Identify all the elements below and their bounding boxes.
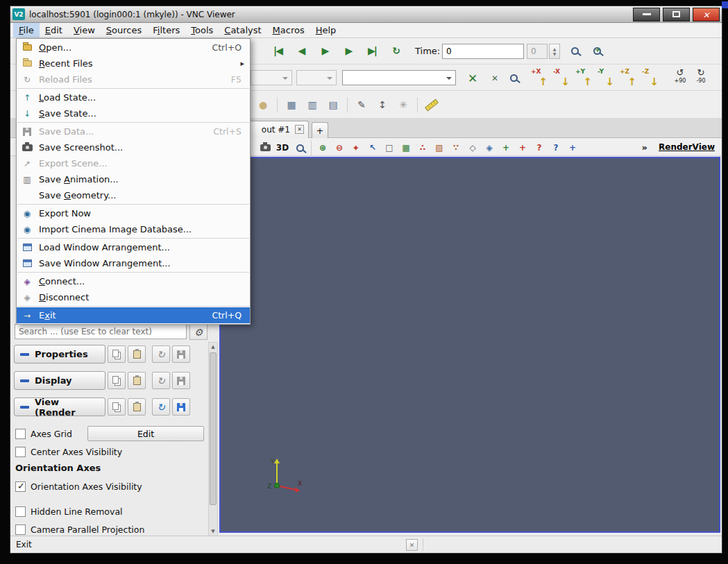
menu-item-save-window-arrangement[interactable]: Save Window Arrangement... <box>17 255 250 271</box>
orientation-axes-checkbox[interactable] <box>15 481 26 492</box>
render-viewport[interactable]: Y X Z <box>219 157 720 533</box>
next-frame-icon[interactable]: ▶ <box>338 40 359 61</box>
menu-view[interactable]: View <box>68 23 101 37</box>
glyph-star-icon[interactable]: ✳ <box>395 96 412 113</box>
edit-color-map-icon[interactable]: ✎ <box>353 96 370 113</box>
interactive-select-points-icon[interactable]: + <box>515 141 530 155</box>
zoom-to-box-button[interactable] <box>505 69 523 87</box>
menu-help[interactable]: Help <box>310 23 342 37</box>
menu-tools[interactable]: Tools <box>185 23 219 37</box>
menu-item-recent-files[interactable]: Recent Files▸ <box>17 55 250 71</box>
menu-sources[interactable]: Sources <box>101 23 147 37</box>
reset-camera-closest-icon[interactable] <box>463 69 482 88</box>
selection-inspector-icon[interactable]: ▥ <box>304 96 321 113</box>
last-frame-icon[interactable]: ▶| <box>362 40 382 61</box>
view-y-button[interactable]: -Y↓ <box>596 67 617 88</box>
view-z-button[interactable]: -Z↓ <box>641 67 661 88</box>
center-axes-checkbox[interactable] <box>15 447 26 457</box>
rotate-90-button[interactable]: ↻-90 <box>692 67 710 88</box>
tab-close-icon[interactable] <box>295 125 304 134</box>
abort-progress-button[interactable] <box>406 539 418 551</box>
menu-item-save-state[interactable]: ↓Save State... <box>17 105 250 121</box>
rotate-+90-button[interactable]: ↺+90 <box>671 67 689 88</box>
menu-filters[interactable]: Filters <box>147 23 185 37</box>
interactive-select-cells-icon[interactable]: + <box>498 141 514 155</box>
coloring-combo[interactable] <box>342 70 456 85</box>
panel-scrollbar[interactable] <box>208 342 218 536</box>
capture-screenshot-button[interactable] <box>257 141 273 155</box>
paste-view-button[interactable] <box>128 398 146 416</box>
menu-macros[interactable]: Macros <box>267 23 310 37</box>
save-view-button[interactable] <box>172 398 190 416</box>
pick-center-icon[interactable]: + <box>565 141 580 155</box>
search-options-button[interactable] <box>189 323 208 340</box>
copy-display-button[interactable] <box>108 372 126 389</box>
scroll-down-icon[interactable] <box>209 527 217 536</box>
view-x-button[interactable]: -X↓ <box>552 67 573 88</box>
search-input[interactable] <box>15 324 187 339</box>
rescale-color-icon[interactable]: ↕ <box>374 96 391 113</box>
reset-view-button[interactable] <box>152 398 170 416</box>
display-section-button[interactable]: Display <box>14 371 105 390</box>
copy-properties-button[interactable] <box>108 345 126 363</box>
zoom-to-data-icon[interactable]: ⊖ <box>332 141 347 155</box>
select-polygon-icon[interactable]: ◇ <box>465 141 480 155</box>
paste-properties-button[interactable] <box>128 345 146 363</box>
view-section-button[interactable]: View (Render <box>14 398 105 416</box>
menu-item-load-state[interactable]: ↑Load State... <box>17 89 250 105</box>
title-bar[interactable]: V2 localhost:5901 (login000:1 (mkyle)) -… <box>10 6 722 23</box>
properties-section-button[interactable]: Properties <box>14 345 105 364</box>
reset-properties-button[interactable] <box>152 345 170 363</box>
menu-item-save-geometry[interactable]: Save Geometry... <box>17 187 250 203</box>
hover-cells-icon[interactable]: ? <box>532 141 547 155</box>
reset-display-button[interactable] <box>152 372 170 389</box>
menu-item-save-screenshot[interactable]: Save Screenshot... <box>17 139 250 155</box>
first-frame-icon[interactable]: |◀ <box>267 40 288 61</box>
view-+z-button[interactable]: +Z↑ <box>618 67 639 88</box>
menu-item-disconnect[interactable]: ◈Disconnect <box>17 289 250 305</box>
loop-icon[interactable]: ↻ <box>385 40 406 61</box>
previous-frame-icon[interactable]: ◀ <box>291 40 312 61</box>
save-display-button[interactable] <box>172 372 190 389</box>
axes-grid-edit-button[interactable]: Edit <box>87 426 204 441</box>
close-button[interactable] <box>693 8 720 22</box>
hover-points-icon[interactable]: ? <box>548 141 564 155</box>
spreadsheet-icon[interactable]: ▤ <box>325 96 341 113</box>
save-properties-button[interactable] <box>172 345 190 363</box>
menu-file[interactable]: File <box>13 23 40 37</box>
zoom-to-box-button[interactable] <box>292 141 307 155</box>
frame-spinner[interactable] <box>549 44 560 59</box>
menu-item-open[interactable]: Open...Ctrl+O <box>17 40 250 55</box>
menu-edit[interactable]: Edit <box>40 23 68 37</box>
zoom-select-button[interactable] <box>566 42 584 60</box>
menu-item-load-window-arrangement[interactable]: Load Window Arrangement... <box>17 239 250 255</box>
zoom-add-button[interactable] <box>588 42 606 60</box>
select-surface-cells-icon[interactable]: ▦ <box>398 141 414 155</box>
menu-catalyst[interactable]: Catalyst <box>219 23 266 37</box>
axes-grid-checkbox[interactable] <box>15 429 26 439</box>
camera-parallel-checkbox[interactable] <box>15 524 26 535</box>
zoom-closest-icon[interactable]: ⌖ <box>348 141 364 155</box>
menu-item-import-cinema-image-database[interactable]: ◉Import Cinema Image Database... <box>17 221 250 237</box>
ruler-icon[interactable] <box>423 96 440 113</box>
selection-grid-icon[interactable]: ▦ <box>283 96 300 113</box>
toggle-3d-button[interactable]: 3D <box>275 141 290 155</box>
copy-view-button[interactable] <box>108 398 126 416</box>
select-frustum-cells-icon[interactable]: ▧ <box>432 141 447 155</box>
menu-item-save-animation[interactable]: ▥Save Animation... <box>17 171 250 187</box>
minimize-button[interactable] <box>633 8 660 22</box>
maximize-button[interactable] <box>663 8 690 22</box>
set-view-direction-icon[interactable]: ↖ <box>365 141 380 155</box>
select-block-icon[interactable]: ◈ <box>482 141 497 155</box>
menu-item-exit[interactable]: →ExitCtrl+Q <box>17 307 250 323</box>
view-+y-button[interactable]: +Y↑ <box>574 67 595 88</box>
rubber-band-zoom-icon[interactable]: □ <box>382 141 397 155</box>
paste-display-button[interactable] <box>128 372 146 389</box>
scrollbar-thumb[interactable] <box>210 352 217 505</box>
select-frustum-points-icon[interactable]: ∵ <box>448 141 464 155</box>
time-input[interactable] <box>442 44 524 59</box>
scroll-up-icon[interactable] <box>209 343 217 351</box>
view-+x-button[interactable]: +X↑ <box>530 67 550 88</box>
select-surface-points-icon[interactable]: ∴ <box>415 141 430 155</box>
add-layout-tab-button[interactable]: + <box>312 122 328 138</box>
